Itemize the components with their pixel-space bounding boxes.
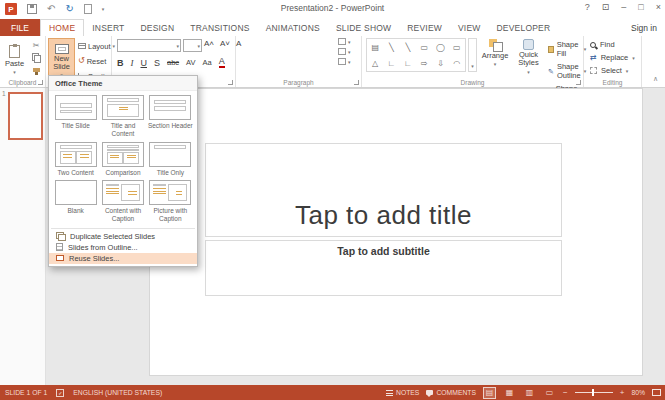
decrease-font-size-button[interactable]: A˅ bbox=[220, 39, 230, 48]
select-label: Select bbox=[601, 66, 622, 75]
shape-textbox-icon[interactable]: ▤ bbox=[371, 43, 379, 52]
convert-smartart-button[interactable]: ▾ bbox=[338, 58, 351, 65]
shape-fill-label: Shape Fill bbox=[557, 40, 581, 58]
tab-developer[interactable]: DEVELOPER bbox=[489, 19, 559, 36]
shape-right-arrow-icon[interactable]: ⇨ bbox=[421, 59, 428, 68]
slide-1-thumbnail[interactable] bbox=[8, 92, 43, 140]
italic-button[interactable]: I bbox=[131, 58, 134, 68]
increase-font-size-button[interactable]: A˄ bbox=[204, 39, 214, 48]
paste-button[interactable]: Paste ▾ bbox=[2, 38, 27, 82]
layout-title-only[interactable]: Title Only bbox=[147, 139, 194, 178]
clipboard-dialog-launcher[interactable] bbox=[38, 80, 43, 85]
shape-elbow-icon[interactable]: ∟ bbox=[388, 59, 396, 68]
slide-canvas[interactable]: Tap to add title Tap to add subtitle bbox=[150, 89, 642, 375]
layout-blank[interactable]: Blank bbox=[52, 177, 99, 224]
slide-indicator[interactable]: SLIDE 1 OF 1 bbox=[5, 389, 47, 396]
comments-icon bbox=[426, 390, 433, 395]
reading-view-button[interactable]: ▥ bbox=[523, 387, 536, 399]
find-button[interactable]: Find bbox=[590, 40, 635, 49]
close-button[interactable]: × bbox=[656, 2, 661, 12]
menu-item-slides-from-outline[interactable]: Slides from Outline... bbox=[49, 242, 197, 253]
slide-sorter-view-button[interactable]: ▦ bbox=[503, 387, 516, 399]
collapse-ribbon-button[interactable]: ∧ bbox=[653, 75, 658, 83]
tab-transitions[interactable]: TRANSITIONS bbox=[182, 19, 257, 36]
menu-item-label: Slides from Outline... bbox=[68, 243, 138, 252]
bold-button[interactable]: B bbox=[117, 58, 124, 68]
fit-to-window-button[interactable] bbox=[652, 389, 661, 396]
copy-button[interactable] bbox=[30, 52, 42, 62]
tab-design[interactable]: DESIGN bbox=[132, 19, 182, 36]
editing-group: Find ⇄Replace▾ Select▾ Editing bbox=[584, 36, 642, 87]
tab-file[interactable]: FILE bbox=[0, 19, 40, 36]
font-name-combobox[interactable]: ▾ bbox=[117, 39, 181, 52]
paragraph-dialog-launcher[interactable] bbox=[354, 80, 359, 85]
shape-line-icon[interactable]: ╲ bbox=[389, 43, 394, 52]
shape-arc-icon[interactable]: ◠ bbox=[453, 59, 460, 68]
zoom-slider[interactable] bbox=[575, 392, 613, 393]
layout-section-header[interactable]: Section Header bbox=[147, 92, 194, 139]
shape-rectangle-icon[interactable]: ▭ bbox=[420, 43, 428, 52]
shape-fill-button[interactable]: Shape Fill▾ bbox=[548, 40, 586, 58]
notes-button[interactable]: NOTES bbox=[386, 389, 419, 396]
zoom-level[interactable]: 80% bbox=[631, 389, 645, 396]
tab-slide-show[interactable]: SLIDE SHOW bbox=[328, 19, 399, 36]
maximize-button[interactable]: □ bbox=[638, 2, 643, 12]
comments-button[interactable]: COMMENTS bbox=[426, 389, 476, 396]
layout-title-and-content[interactable]: Title and Content bbox=[99, 92, 146, 139]
shapes-gallery[interactable]: ▤ ╲ ╲ ▭ ◯ ▭ △ ∟ ∟ ⇨ ⇩ ◠ bbox=[366, 38, 466, 72]
shape-oval-icon[interactable]: ◯ bbox=[436, 43, 445, 52]
spell-check-icon[interactable]: ✓ bbox=[56, 389, 64, 397]
tab-view[interactable]: VIEW bbox=[450, 19, 489, 36]
slide-show-button[interactable]: ▭ bbox=[543, 387, 556, 399]
tab-review[interactable]: REVIEW bbox=[399, 19, 450, 36]
shape-down-arrow-icon[interactable]: ⇩ bbox=[437, 59, 444, 68]
change-case-button[interactable]: Aa bbox=[203, 58, 212, 67]
menu-item-duplicate-selected-slides[interactable]: Duplicate Selected Slides bbox=[49, 231, 197, 242]
normal-view-button[interactable]: ▤ bbox=[483, 387, 496, 399]
font-dialog-launcher[interactable] bbox=[228, 80, 233, 85]
font-color-button[interactable]: A bbox=[219, 57, 225, 68]
format-painter-button[interactable] bbox=[30, 65, 42, 75]
sign-in-link[interactable]: Sign in bbox=[631, 19, 665, 36]
title-placeholder[interactable]: Tap to add title bbox=[205, 143, 562, 237]
layout-title-slide[interactable]: Title Slide bbox=[52, 92, 99, 139]
zoom-out-button[interactable]: − bbox=[563, 388, 568, 397]
layout-content-with-caption[interactable]: Content with Caption bbox=[99, 177, 146, 224]
shape-outline-button[interactable]: ✎Shape Outline▾ bbox=[548, 62, 586, 80]
character-spacing-button[interactable]: AV bbox=[186, 58, 195, 67]
drawing-dialog-launcher[interactable] bbox=[576, 80, 581, 85]
reset-button[interactable]: ↺Reset bbox=[78, 55, 106, 67]
cut-button[interactable]: ✂ bbox=[30, 40, 42, 50]
help-button[interactable]: ? bbox=[585, 2, 590, 12]
layout-picture-with-caption[interactable]: Picture with Caption bbox=[147, 177, 194, 224]
subtitle-placeholder[interactable]: Tap to add subtitle bbox=[205, 240, 562, 296]
underline-button[interactable]: U bbox=[141, 58, 148, 68]
menu-item-reuse-slides[interactable]: Reuse Slides... bbox=[49, 253, 197, 264]
layout-button[interactable]: Layout▾ bbox=[78, 40, 115, 52]
shape-triangle-icon[interactable]: △ bbox=[372, 59, 378, 68]
zoom-in-button[interactable]: + bbox=[620, 388, 625, 397]
minimize-button[interactable]: – bbox=[621, 2, 626, 12]
text-direction-button[interactable]: ▾ bbox=[338, 38, 351, 45]
font-size-combobox[interactable]: ▾ bbox=[183, 39, 202, 52]
tab-insert[interactable]: INSERT bbox=[84, 19, 132, 36]
quick-styles-button[interactable]: Quick Styles ▾ bbox=[512, 39, 545, 75]
align-text-button[interactable]: ▾ bbox=[338, 48, 351, 55]
select-button[interactable]: Select▾ bbox=[590, 66, 635, 75]
ribbon-display-options-icon[interactable]: ⊡ bbox=[602, 2, 610, 12]
shape-arrow-line-icon[interactable]: ╲ bbox=[405, 43, 410, 52]
shape-elbow-arrow-icon[interactable]: ∟ bbox=[404, 59, 412, 68]
language-indicator[interactable]: ENGLISH (UNITED STATES) bbox=[73, 389, 162, 396]
replace-button[interactable]: ⇄Replace▾ bbox=[590, 53, 635, 62]
shapes-gallery-more-button[interactable]: ▾ bbox=[468, 38, 477, 72]
layout-comparison[interactable]: Comparison bbox=[99, 139, 146, 178]
layout-label: Content with Caption bbox=[100, 207, 145, 223]
tab-home[interactable]: HOME bbox=[40, 19, 84, 36]
text-shadow-button[interactable]: S bbox=[154, 58, 160, 68]
zoom-slider-thumb[interactable] bbox=[592, 389, 595, 396]
layout-two-content[interactable]: Two Content bbox=[52, 139, 99, 178]
arrange-button[interactable]: Arrange ▾ bbox=[480, 39, 510, 67]
tab-animations[interactable]: ANIMATIONS bbox=[258, 19, 328, 36]
shape-rounded-rect-icon[interactable]: ▭ bbox=[453, 43, 461, 52]
strikethrough-button[interactable]: abc bbox=[167, 58, 179, 67]
